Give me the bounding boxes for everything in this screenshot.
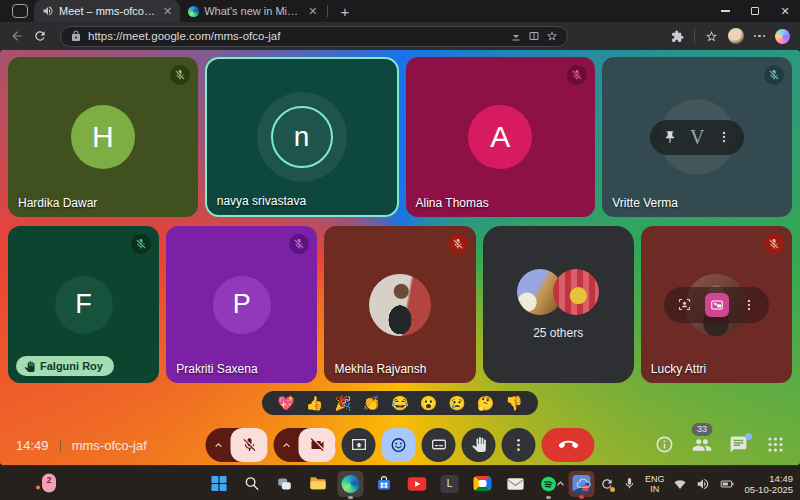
pin-icon[interactable] — [663, 130, 677, 144]
new-tab-button[interactable]: + — [330, 3, 359, 20]
edge-taskbar-icon[interactable] — [338, 471, 364, 497]
tab-search-icon[interactable] — [12, 4, 28, 18]
mic-control-group — [206, 428, 268, 462]
camera-options-chevron[interactable] — [274, 439, 299, 451]
others-tile[interactable]: 25 others — [483, 226, 634, 383]
meeting-info-button[interactable] — [655, 435, 675, 455]
speaking-halo: n — [257, 92, 347, 182]
reaction-surprised[interactable]: 😮 — [420, 396, 437, 410]
participant-tile-prakriti[interactable]: P Prakriti Saxena — [166, 226, 317, 383]
arrow-down-icon[interactable] — [510, 30, 522, 42]
battery-icon[interactable] — [719, 477, 735, 491]
participant-tile-vritte[interactable]: V Vritte Verma — [602, 57, 792, 217]
avatar-initial: P — [233, 289, 251, 320]
tray-mic-icon[interactable] — [623, 477, 636, 490]
present-screen-button[interactable] — [342, 428, 376, 462]
tab-close-icon[interactable]: ✕ — [163, 5, 172, 18]
more-options-icon[interactable] — [717, 130, 731, 144]
profile-avatar[interactable] — [728, 28, 744, 44]
more-options-button[interactable] — [502, 428, 536, 462]
people-count-badge: 33 — [691, 423, 712, 436]
captions-button[interactable] — [422, 428, 456, 462]
avatar-initial: H — [92, 120, 114, 154]
weather-widget[interactable]: 2 — [36, 474, 56, 493]
participant-tile-falguni[interactable]: F Falguni Roy — [8, 226, 159, 383]
tab-audio-icon[interactable] — [42, 5, 54, 17]
wifi-icon[interactable] — [673, 477, 687, 491]
raise-hand-button[interactable] — [462, 428, 496, 462]
sync-icon[interactable] — [600, 477, 614, 491]
reaction-party[interactable]: 🎉 — [334, 396, 351, 410]
file-explorer-icon[interactable] — [305, 471, 331, 497]
tab-close-icon[interactable]: ✕ — [308, 5, 317, 18]
split-screen-icon[interactable] — [528, 30, 540, 42]
avatar: P — [213, 276, 271, 334]
hand-raised-badge: Falguni Roy — [16, 356, 114, 376]
reaction-heart[interactable]: 💖 — [277, 396, 294, 410]
participant-tile-lucky[interactable]: Lucky Attri — [641, 226, 792, 383]
url-text[interactable]: https://meet.google.com/mms-ofco-jaf — [88, 30, 504, 42]
sync-alert-dot — [610, 487, 615, 492]
reactions-button[interactable] — [382, 428, 416, 462]
participant-name: navya srivastava — [217, 194, 306, 208]
end-call-button[interactable] — [542, 428, 595, 462]
mic-off-badge — [764, 65, 784, 85]
window-minimize-button[interactable] — [710, 0, 740, 22]
window-maximize-button[interactable] — [740, 0, 770, 22]
picture-in-picture-icon[interactable] — [705, 293, 729, 317]
browser-tab-whats-new[interactable]: What's new in Microsoft Edge ✕ — [180, 0, 325, 22]
reaction-laugh[interactable]: 😂 — [391, 396, 408, 410]
avatar: n — [271, 106, 333, 168]
refresh-icon[interactable] — [33, 29, 47, 43]
avatar-initial: A — [490, 120, 510, 154]
l-app-icon[interactable]: L — [437, 471, 463, 497]
microsoft-store-icon[interactable] — [371, 471, 397, 497]
meeting-code: mms-ofco-jaf — [72, 437, 147, 452]
others-content: 25 others — [517, 269, 599, 340]
reaction-thinking[interactable]: 🤔 — [477, 396, 494, 410]
search-icon[interactable] — [239, 471, 265, 497]
mail-icon[interactable] — [503, 471, 529, 497]
task-view-icon[interactable] — [272, 471, 298, 497]
browser-tab-meet[interactable]: Meet – mms-ofco-jaf ✕ — [34, 0, 180, 22]
mic-off-badge — [448, 234, 468, 254]
volume-icon[interactable] — [696, 477, 710, 491]
copilot-icon[interactable] — [775, 29, 790, 44]
participant-tile-mekhla[interactable]: Mekhla Rajvansh — [324, 226, 475, 383]
camera-toggle-button[interactable] — [299, 428, 336, 462]
participant-tile-alina[interactable]: A Alina Thomas — [406, 57, 596, 217]
participant-name: Lucky Attri — [651, 362, 706, 376]
mic-toggle-button[interactable] — [231, 428, 268, 462]
browser-menu-icon[interactable] — [754, 35, 766, 38]
lock-icon[interactable] — [70, 30, 82, 42]
mic-options-chevron[interactable] — [206, 439, 231, 451]
avatar-initial: V — [690, 126, 704, 149]
chat-panel-button[interactable] — [729, 435, 749, 455]
thermometer-icon: 2 — [42, 474, 56, 493]
people-panel-button[interactable]: 33 — [692, 435, 712, 455]
unread-chat-dot — [745, 433, 752, 440]
reaction-thumbs-up[interactable]: 👍 — [306, 396, 323, 410]
google-meet-icon[interactable] — [470, 471, 496, 497]
reaction-cry[interactable]: 😢 — [448, 396, 465, 410]
onedrive-cloud-icon[interactable] — [576, 476, 591, 491]
activities-button[interactable] — [766, 435, 786, 455]
window-close-button[interactable]: ✕ — [770, 0, 800, 22]
youtube-icon[interactable] — [404, 471, 430, 497]
taskbar-clock[interactable]: 14:49 05-10-2025 — [744, 473, 793, 495]
favorites-hub-icon[interactable] — [705, 30, 718, 43]
participant-tile-navya[interactable]: n navya srivastava — [205, 57, 399, 217]
address-bar[interactable]: https://meet.google.com/mms-ofco-jaf — [60, 26, 568, 47]
language-indicator[interactable]: ENG IN — [645, 474, 665, 494]
tray-overflow-chevron-icon[interactable] — [554, 477, 567, 490]
start-button[interactable] — [206, 471, 232, 497]
reaction-clap[interactable]: 👏 — [363, 396, 380, 410]
participant-tile-hardika[interactable]: H Hardika Dawar — [8, 57, 198, 217]
frame-person-icon[interactable] — [677, 297, 692, 312]
others-avatars — [517, 269, 599, 315]
extensions-icon[interactable] — [671, 30, 684, 43]
more-options-icon[interactable] — [742, 298, 756, 312]
favorite-star-icon[interactable] — [546, 30, 558, 42]
back-icon[interactable] — [10, 29, 24, 43]
reaction-thumbs-down[interactable]: 👎 — [505, 396, 522, 410]
